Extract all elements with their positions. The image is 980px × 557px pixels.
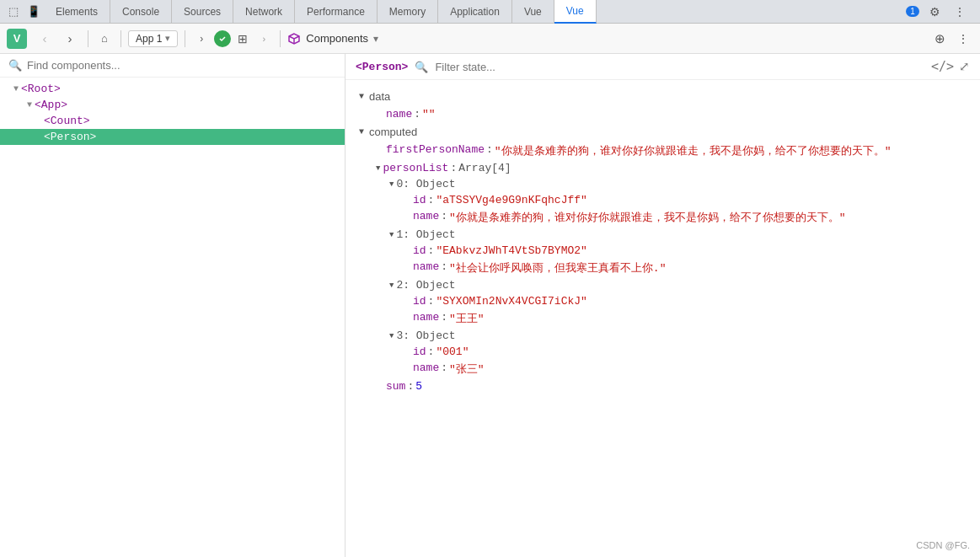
settings-icon-toolbar[interactable]: ⋮ bbox=[953, 29, 973, 49]
item3-id-row: id : "001" bbox=[345, 344, 980, 360]
personlist-item-3-header: ▼ 3: Object bbox=[345, 328, 980, 344]
item3-name-key: name bbox=[413, 362, 439, 374]
notification-badge: 1 bbox=[906, 6, 919, 17]
tab-sources[interactable]: Sources bbox=[172, 0, 233, 24]
item0-id-key: id bbox=[413, 194, 426, 206]
forward-button[interactable]: › bbox=[59, 28, 81, 50]
item2-name-row: name : "王王" bbox=[345, 309, 980, 328]
item2-arrow[interactable]: ▼ bbox=[389, 281, 394, 290]
tab-performance[interactable]: Performance bbox=[295, 0, 378, 24]
filter-input[interactable] bbox=[435, 61, 924, 73]
personlist-arrow[interactable]: ▼ bbox=[376, 164, 380, 173]
tree-tag-person: <Person> bbox=[44, 131, 96, 143]
devtools-icon[interactable]: ⬚ bbox=[3, 2, 24, 22]
divider-1 bbox=[88, 30, 88, 47]
item2-id-row: id : "SYXOMIn2NvX4VCGI7iCkJ" bbox=[345, 293, 980, 309]
tree-tag-count: <Count> bbox=[44, 115, 90, 127]
item3-id-value: "001" bbox=[436, 345, 469, 358]
personlist-item-0-header: ▼ 0: Object bbox=[345, 176, 980, 192]
item3-arrow[interactable]: ▼ bbox=[389, 332, 394, 340]
item1-name-row: name : "社会让你呼风唤雨，但我寒王真看不上你." bbox=[345, 259, 980, 277]
item1-name-key: name bbox=[413, 260, 439, 273]
nav-arrow-right[interactable]: › bbox=[192, 29, 211, 48]
tab-bar: ⬚ 📱 Elements Console Sources Network Per… bbox=[0, 0, 980, 24]
filter-icon: 🔍 bbox=[415, 61, 428, 73]
search-icon: 🔍 bbox=[8, 59, 22, 72]
component-tag-label: <Person> bbox=[356, 61, 408, 73]
tree-item-person[interactable]: <Person> bbox=[0, 129, 345, 145]
item0-id-value: "aTSSYVg4e9G9nKFqhcJff" bbox=[436, 194, 586, 206]
chevron-down-icon: ▾ bbox=[165, 33, 170, 44]
section-header-data[interactable]: ▼ data bbox=[345, 87, 980, 106]
divider-3 bbox=[185, 30, 185, 47]
item1-arrow[interactable]: ▼ bbox=[389, 231, 394, 239]
divider-4 bbox=[280, 30, 281, 47]
tree-item-count[interactable]: <Count> bbox=[0, 113, 345, 129]
item3-label: 3: Object bbox=[396, 329, 455, 342]
item2-id-key: id bbox=[413, 295, 426, 308]
main-layout: 🔍 ▼ <Root> ▼ <App> <Count> bbox=[0, 54, 980, 557]
personlist-item-1-header: ▼ 1: Object bbox=[345, 227, 980, 243]
code-icon[interactable]: </> bbox=[931, 59, 954, 74]
components-dropdown-arrow[interactable]: ▾ bbox=[373, 33, 378, 45]
more-icon[interactable]: ⋮ bbox=[950, 2, 970, 22]
item1-name-value: "社会让你呼风唤雨，但我寒王真看不上你." bbox=[449, 260, 666, 276]
item1-label: 1: Object bbox=[396, 228, 455, 241]
components-text: Components bbox=[306, 32, 368, 45]
tree-item-app[interactable]: ▼ <App> bbox=[0, 97, 345, 113]
app-selector[interactable]: App 1 ▾ bbox=[128, 30, 178, 47]
item0-name-key: name bbox=[413, 210, 439, 222]
tab-memory[interactable]: Memory bbox=[378, 0, 438, 24]
item2-label: 2: Object bbox=[396, 279, 455, 292]
item1-id-row: id : "EAbkvzJWhT4VtSb7BYMO2" bbox=[345, 243, 980, 259]
toolbar: V ‹ › ⌂ App 1 ▾ › ⊞ › Components ▾ ⊕ ⋮ bbox=[0, 24, 980, 54]
computed-key-personlist: personList bbox=[383, 162, 448, 174]
tab-elements[interactable]: Elements bbox=[44, 0, 110, 24]
tree-tag-root: <Root> bbox=[21, 83, 61, 95]
grid-icon[interactable]: ⊞ bbox=[234, 30, 251, 47]
personlist-array-label: Array[4] bbox=[458, 162, 511, 174]
home-button[interactable]: ⌂ bbox=[95, 29, 114, 48]
search-input[interactable] bbox=[27, 59, 336, 72]
components-label[interactable]: Components ▾ bbox=[287, 32, 378, 46]
tab-vue-2[interactable]: Vue bbox=[554, 0, 597, 24]
computed-personlist-row: ▼ personList : Array[4] bbox=[345, 160, 980, 176]
item2-name-value: "王王" bbox=[449, 311, 485, 326]
watermark: CSDN @FG. bbox=[916, 540, 970, 550]
item0-label: 0: Object bbox=[396, 178, 455, 190]
toolbar-chevron-right[interactable]: › bbox=[254, 29, 273, 48]
section-name-computed: computed bbox=[369, 126, 417, 138]
item3-name-value: "张三" bbox=[449, 362, 485, 377]
back-button[interactable]: ‹ bbox=[34, 28, 56, 50]
item2-id-value: "SYXOMIn2NvX4VCGI7iCkJ" bbox=[436, 295, 586, 308]
tab-right-icons: 1 ⚙ ⋮ bbox=[906, 2, 977, 22]
left-panel: 🔍 ▼ <Root> ▼ <App> <Count> bbox=[0, 54, 345, 557]
tree-arrow-root: ▼ bbox=[13, 84, 19, 94]
open-editor-icon[interactable]: ⤢ bbox=[959, 59, 970, 74]
item0-arrow[interactable]: ▼ bbox=[389, 180, 394, 189]
item0-id-row: id : "aTSSYVg4e9G9nKFqhcJff" bbox=[345, 192, 980, 208]
settings-icon[interactable]: ⚙ bbox=[924, 2, 945, 22]
section-arrow-computed: ▼ bbox=[359, 127, 364, 137]
tree-item-root[interactable]: ▼ <Root> bbox=[0, 81, 345, 97]
search-bar: 🔍 bbox=[0, 54, 345, 78]
locate-icon[interactable]: ⊕ bbox=[929, 29, 950, 49]
tree-tag-app: <App> bbox=[35, 99, 67, 111]
computed-value-sum: 5 bbox=[415, 380, 422, 393]
item1-id-key: id bbox=[413, 244, 426, 257]
tab-vue-1[interactable]: Vue bbox=[512, 0, 554, 24]
item0-name-row: name : "你就是条难养的狗，谁对你好你就跟谁走，我不是你妈，给不了你想要的… bbox=[345, 208, 980, 227]
tab-console[interactable]: Console bbox=[110, 0, 172, 24]
right-header: <Person> 🔍 </> ⤢ bbox=[345, 54, 980, 80]
component-tree: ▼ <Root> ▼ <App> <Count> <Person> bbox=[0, 78, 345, 557]
section-header-computed[interactable]: ▼ computed bbox=[345, 122, 980, 142]
section-name-data: data bbox=[369, 90, 390, 103]
tab-application[interactable]: Application bbox=[438, 0, 512, 24]
computed-value-firstpersonname: "你就是条难养的狗，谁对你好你就跟谁走，我不是你妈，给不了你想要的天下。" bbox=[495, 143, 892, 158]
components-icon bbox=[287, 32, 301, 46]
data-name-row: name : "" bbox=[345, 106, 980, 122]
divider-2 bbox=[120, 30, 121, 47]
tab-network[interactable]: Network bbox=[233, 0, 295, 24]
right-header-icons: </> ⤢ bbox=[931, 59, 970, 74]
device-toolbar-icon[interactable]: 📱 bbox=[24, 2, 44, 22]
